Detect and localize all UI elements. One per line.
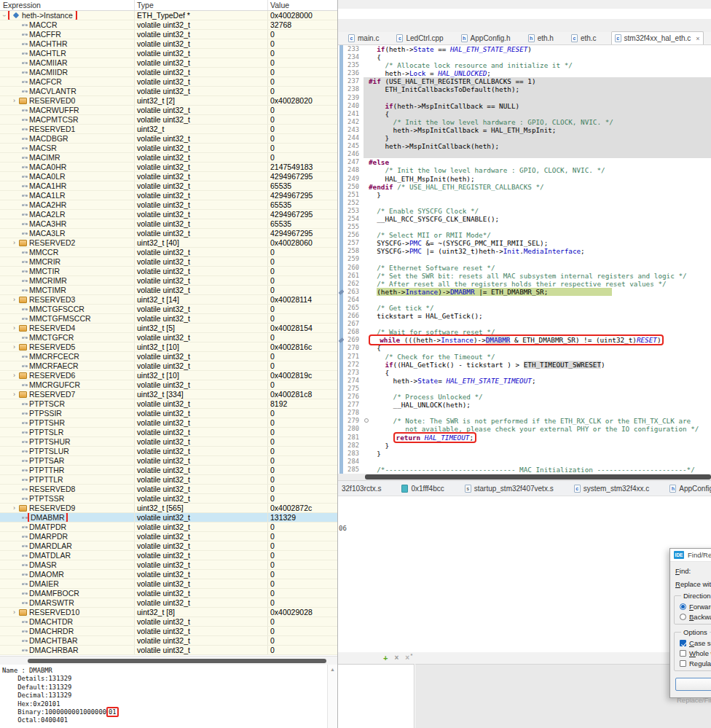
line-number[interactable]: 252 bbox=[344, 199, 364, 207]
variable-name[interactable]: MACA3HR bbox=[28, 219, 68, 228]
code-line-text[interactable]: heth->Lock = HAL_UNLOCKED; bbox=[364, 69, 711, 77]
variable-row[interactable]: MACA1HRvolatile uint32_t65535 bbox=[0, 181, 337, 191]
expand-arrow-icon[interactable]: › bbox=[10, 391, 18, 399]
variable-value[interactable]: 4294967295 bbox=[268, 191, 337, 200]
code-line[interactable]: 261 /* Set the SWR bit: resets all MAC s… bbox=[338, 272, 711, 280]
code-line-text[interactable]: /* Note: The SWR is not performed if the… bbox=[364, 417, 711, 425]
variable-row[interactable]: MMCTGFMSCCRvolatile uint32_t0 bbox=[0, 314, 337, 324]
variable-value[interactable]: 0 bbox=[268, 352, 337, 361]
variable-value[interactable]: 0x4002819c bbox=[268, 371, 337, 380]
variable-value[interactable]: 0 bbox=[268, 68, 337, 77]
code-line[interactable]: 260 /* Ethernet Software reset */ bbox=[338, 264, 711, 272]
code-line[interactable]: 253 /* Enable SYSCFG Clock */ bbox=[338, 207, 711, 215]
line-number[interactable]: 259 bbox=[344, 255, 364, 263]
variable-value[interactable]: 65535 bbox=[268, 219, 337, 228]
code-line-text[interactable]: if(heth->MspInitCallback == NULL) bbox=[364, 102, 711, 110]
code-line[interactable]: 252 bbox=[338, 199, 711, 207]
variable-row[interactable]: MMCRIMRvolatile uint32_t0 bbox=[0, 276, 337, 286]
variable-row[interactable]: PTPSSIRvolatile uint32_t0 bbox=[0, 409, 337, 418]
variable-value[interactable]: 0 bbox=[268, 267, 337, 275]
variable-name[interactable]: DMATDLAR bbox=[28, 551, 72, 560]
variable-name[interactable]: PTPTSHUR bbox=[28, 437, 72, 446]
variable-row[interactable]: PTPTSHRvolatile uint32_t0 bbox=[0, 418, 337, 428]
variable-row[interactable]: MACSRvolatile uint32_t0 bbox=[0, 144, 337, 153]
variable-name[interactable]: MMCTGFCR bbox=[28, 333, 75, 342]
variable-row[interactable]: MACA2LRvolatile uint32_t4294967295 bbox=[0, 210, 337, 219]
variable-name[interactable]: RESERVED2 bbox=[28, 238, 76, 247]
code-line[interactable]: 255 bbox=[338, 223, 711, 231]
variable-row[interactable]: DMAIERvolatile uint32_t0 bbox=[0, 579, 337, 589]
radio-selected-icon[interactable] bbox=[680, 603, 686, 610]
variable-name[interactable]: MMCCR bbox=[28, 248, 60, 257]
code-line[interactable]: 272 if((HAL_GetTick() - tickstart ) > ET… bbox=[338, 361, 711, 369]
variable-name[interactable]: DMASR bbox=[28, 560, 58, 569]
line-number[interactable]: 242 bbox=[344, 118, 364, 126]
code-line-text[interactable]: /* Init the low level hardware : GPIO, C… bbox=[364, 166, 711, 174]
variable-value[interactable]: 0x40028154 bbox=[268, 324, 337, 332]
code-line[interactable]: 237#if (USE_HAL_ETH_REGISTER_CALLBACKS =… bbox=[338, 77, 711, 85]
code-line[interactable]: 233 if(heth->State == HAL_ETH_STATE_RESE… bbox=[338, 45, 711, 53]
code-line-text[interactable]: /* Process Unlocked */ bbox=[364, 393, 711, 401]
variable-row[interactable]: MMCTGFSCCRvolatile uint32_t0 bbox=[0, 305, 337, 314]
variable-name[interactable]: RESERVED5 bbox=[28, 343, 76, 351]
expand-arrow-icon[interactable]: › bbox=[10, 504, 18, 512]
code-line[interactable]: 250#endif /* USE_HAL_ETH_REGISTER_CALLBA… bbox=[338, 183, 711, 191]
code-line[interactable]: 264 bbox=[338, 296, 711, 304]
variable-name[interactable]: MACHTHR bbox=[28, 39, 69, 48]
code-line-text[interactable]: /* Allocate lock resource and initialize… bbox=[364, 61, 711, 69]
remove-all-icon[interactable]: × bbox=[405, 654, 409, 662]
code-line-text[interactable]: while (((heth->Instance)->DMABMR & ETH_D… bbox=[364, 336, 711, 344]
code-line-text[interactable]: tickstart = HAL_GetTick(); bbox=[364, 312, 711, 320]
variable-name[interactable]: RESERVED0 bbox=[28, 96, 76, 105]
variable-value[interactable]: 131329 bbox=[268, 513, 337, 522]
variable-value[interactable]: 0 bbox=[268, 286, 337, 294]
code-line[interactable]: 277 __HAL_UNLOCK(heth); bbox=[338, 401, 711, 409]
tab-32f103rctx.s[interactable]: 32f103rctx.s bbox=[339, 482, 384, 495]
code-line[interactable]: 251 } bbox=[338, 191, 711, 199]
variable-value[interactable]: 0 bbox=[268, 579, 337, 588]
variable-value[interactable]: 0 bbox=[268, 456, 337, 465]
variables-horizontal-scrollbar[interactable] bbox=[0, 656, 337, 665]
variable-row[interactable]: MACMIIARvolatile uint32_t0 bbox=[0, 58, 337, 68]
variable-row[interactable]: MACPMTCSRvolatile uint32_t0 bbox=[0, 115, 337, 125]
code-line[interactable]: 245 heth->MspInitCallback(heth); bbox=[338, 142, 711, 150]
variable-row[interactable]: ›RESERVED5uint32_t [10]0x4002816c bbox=[0, 343, 337, 352]
line-number[interactable]: 234 bbox=[344, 53, 364, 61]
console-area[interactable]: 06 bbox=[338, 497, 711, 652]
line-number[interactable]: 269 bbox=[344, 336, 364, 344]
variable-name[interactable]: MACHTLR bbox=[28, 49, 68, 58]
variable-name[interactable]: MMCRIMR bbox=[28, 276, 68, 285]
close-icon[interactable]: × bbox=[696, 35, 699, 42]
line-number[interactable]: 250 bbox=[344, 183, 364, 191]
scrollbar-thumb[interactable] bbox=[365, 474, 711, 480]
variable-value[interactable]: 0 bbox=[268, 39, 337, 48]
code-line-text[interactable]: { bbox=[364, 53, 711, 61]
code-line-text[interactable]: } bbox=[364, 191, 711, 199]
tab-system_stm32f4xx.c[interactable]: csystem_stm32f4xx.c bbox=[571, 482, 653, 495]
variable-name[interactable]: DMARDLAR bbox=[28, 541, 74, 550]
variable-row[interactable]: ›RESERVED2uint32_t [40]0x40028060 bbox=[0, 238, 337, 248]
line-number[interactable]: 245 bbox=[344, 142, 364, 150]
code-line[interactable]: 234 { bbox=[338, 53, 711, 61]
line-number[interactable]: 285 bbox=[344, 466, 364, 474]
tab-AppConfig.h[interactable]: hAppConfig.h bbox=[458, 32, 514, 44]
code-line-text[interactable]: if((HAL_GetTick() - tickstart ) > ETH_TI… bbox=[364, 361, 711, 369]
variable-row[interactable]: MACA0HRvolatile uint32_t2147549183 bbox=[0, 163, 337, 172]
variable-value[interactable]: 0 bbox=[268, 257, 337, 266]
code-line[interactable]: 242 /* Init the low level hardware : GPI… bbox=[338, 118, 711, 126]
code-line[interactable]: 241 { bbox=[338, 110, 711, 118]
code-line[interactable]: 270 { bbox=[338, 344, 711, 352]
variable-name[interactable]: MACA0HR bbox=[28, 163, 68, 171]
variable-name[interactable]: DMATPDR bbox=[28, 522, 68, 531]
code-line-text[interactable] bbox=[364, 320, 711, 328]
line-number[interactable]: 260 bbox=[344, 264, 364, 272]
variable-row[interactable]: MACDBGRvolatile uint32_t0 bbox=[0, 134, 337, 144]
variable-name[interactable]: MMCTGFMSCCR bbox=[28, 314, 93, 323]
line-number[interactable]: 257 bbox=[344, 239, 364, 247]
code-editor[interactable]: 233 if(heth->State == HAL_ETH_STATE_RESE… bbox=[338, 45, 711, 474]
tab-AppConfig.h[interactable]: hAppConfig.h bbox=[667, 482, 711, 495]
variable-name[interactable]: MACA1HR bbox=[28, 181, 68, 190]
line-number[interactable]: 284 bbox=[344, 458, 364, 466]
variable-value[interactable]: 0 bbox=[268, 125, 337, 133]
variable-name[interactable]: DMAOMR bbox=[28, 570, 66, 579]
